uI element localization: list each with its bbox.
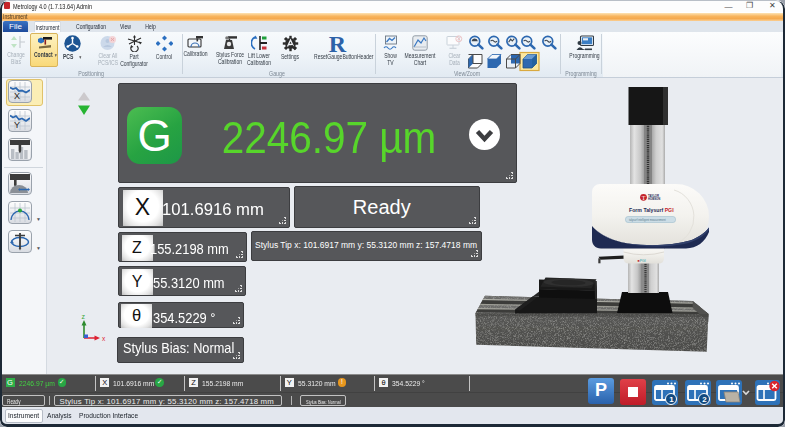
svg-text:talysurf intelligent measureme: talysurf intelligent measurement bbox=[629, 218, 666, 222]
svg-text:HOBSON: HOBSON bbox=[648, 197, 660, 201]
svg-text:Form Talysurf PGI: Form Talysurf PGI bbox=[629, 207, 674, 213]
svg-text:Y: Y bbox=[14, 120, 20, 130]
svg-text:T: T bbox=[642, 195, 646, 201]
svg-text:1: 1 bbox=[669, 395, 674, 404]
svg-text:z: z bbox=[82, 313, 86, 320]
svg-text:X: X bbox=[14, 91, 20, 101]
svg-text:2: 2 bbox=[702, 395, 707, 404]
svg-text:x: x bbox=[102, 335, 106, 342]
svg-text:■PGI: ■PGI bbox=[638, 259, 646, 263]
